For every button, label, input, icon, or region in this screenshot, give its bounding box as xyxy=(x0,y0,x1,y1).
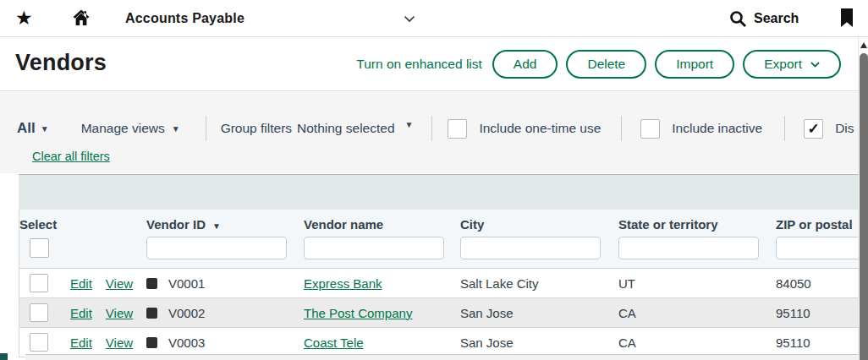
view-dropdown[interactable]: All▼ xyxy=(17,120,49,137)
divider xyxy=(431,116,432,141)
city-filter-input[interactable] xyxy=(460,237,601,259)
state-filter-input[interactable] xyxy=(618,237,759,259)
app-menu-label: Accounts Payable xyxy=(125,11,244,26)
column-header-vendor-name[interactable]: Vendor name xyxy=(304,217,460,232)
triangle-down-icon: ▼ xyxy=(172,124,180,134)
view-link[interactable]: View xyxy=(106,335,133,350)
table-row: Edit View V0002 The Post Company San Jos… xyxy=(19,298,858,328)
record-square-icon xyxy=(146,308,157,319)
vendor-id-filter-input[interactable] xyxy=(146,237,287,259)
chevron-down-icon xyxy=(810,62,820,68)
filter-section: All▼ Manage views▼ Group filters Nothing… xyxy=(0,92,858,173)
state-cell: UT xyxy=(618,276,776,291)
bottom-corner-accent xyxy=(0,353,8,360)
column-header-select: Select xyxy=(19,217,146,232)
column-header-state[interactable]: State or territory xyxy=(618,217,776,232)
favorites-star-icon[interactable]: ★ xyxy=(15,6,33,30)
top-bar: ★ Accounts Payable Search xyxy=(0,0,868,37)
view-link[interactable]: View xyxy=(106,276,133,291)
filter-row: All▼ Manage views▼ Group filters Nothing… xyxy=(0,116,858,141)
checkbox-unchecked[interactable] xyxy=(640,119,660,139)
add-button[interactable]: Add xyxy=(492,50,558,79)
city-cell: Salt Lake City xyxy=(460,276,618,291)
select-all-checkbox[interactable] xyxy=(30,238,49,258)
bottom-strip xyxy=(25,354,858,360)
table-toolbar-strip xyxy=(19,174,858,210)
column-header-city[interactable]: City xyxy=(460,217,618,232)
clear-all-filters-link[interactable]: Clear all filters xyxy=(32,150,110,163)
vendors-table: Select Vendor ID▼ Vendor name City State… xyxy=(19,210,858,357)
page-title: Vendors xyxy=(15,50,107,76)
vendor-id: V0001 xyxy=(168,276,205,291)
table-row: Edit View V0003 Coast Tele San Jose CA 9… xyxy=(19,328,858,357)
zip-cell: 95110 xyxy=(776,306,858,320)
group-filters-dropdown[interactable]: Group filters Nothing selected ▼ xyxy=(221,121,414,136)
state-cell: CA xyxy=(618,335,776,350)
vertical-scrollbar[interactable] xyxy=(858,37,868,360)
row-checkbox[interactable] xyxy=(30,274,48,292)
search-label: Search xyxy=(754,11,799,26)
vendor-name-filter-input[interactable] xyxy=(304,237,444,259)
vendor-id: V0003 xyxy=(168,335,205,350)
edit-link[interactable]: Edit xyxy=(70,276,92,291)
divider xyxy=(206,116,206,141)
table-row: Edit View V0001 Express Bank Salt Lake C… xyxy=(19,269,858,298)
app-menu-dropdown[interactable]: Accounts Payable xyxy=(125,0,415,37)
divider xyxy=(784,116,785,141)
search-button[interactable]: Search xyxy=(729,0,799,37)
scrollbar-thumb[interactable] xyxy=(860,53,868,360)
vendor-name-link[interactable]: Express Bank xyxy=(304,276,460,291)
chevron-down-icon xyxy=(404,15,415,23)
export-button[interactable]: Export xyxy=(743,50,841,79)
include-one-time-use-checkbox-group[interactable]: Include one-time use xyxy=(448,119,601,139)
vendor-id: V0002 xyxy=(168,306,205,320)
row-checkbox[interactable] xyxy=(30,333,48,352)
scroll-up-arrow-icon[interactable] xyxy=(860,42,867,48)
group-filters-value: Nothing selected xyxy=(297,121,394,136)
zip-cell: 95110 xyxy=(776,335,858,350)
column-header-zip[interactable]: ZIP or postal xyxy=(776,217,858,232)
row-checkbox[interactable] xyxy=(30,303,48,322)
include-inactive-checkbox-group[interactable]: Include inactive xyxy=(640,119,762,139)
bookmark-icon[interactable] xyxy=(840,8,854,28)
table-filter-row xyxy=(19,232,858,269)
record-square-icon xyxy=(146,337,157,348)
divider xyxy=(621,116,622,141)
edit-link[interactable]: Edit xyxy=(70,335,92,350)
sort-triangle-icon: ▼ xyxy=(212,221,221,231)
group-filters-label: Group filters xyxy=(221,121,292,136)
triangle-down-icon: ▼ xyxy=(41,124,49,134)
city-cell: San Jose xyxy=(460,335,618,350)
vendor-name-link[interactable]: The Post Company xyxy=(304,306,460,320)
import-button[interactable]: Import xyxy=(655,50,734,79)
edit-link[interactable]: Edit xyxy=(70,306,92,320)
delete-button[interactable]: Delete xyxy=(566,50,646,79)
column-header-vendor-id[interactable]: Vendor ID▼ xyxy=(146,217,304,232)
zip-cell: 84050 xyxy=(776,276,858,291)
search-icon xyxy=(729,10,747,28)
table-header-row: Select Vendor ID▼ Vendor name City State… xyxy=(19,210,858,232)
vendor-name-link[interactable]: Coast Tele xyxy=(304,335,460,350)
enhanced-list-link[interactable]: Turn on enhanced list xyxy=(356,57,482,72)
manage-views-dropdown[interactable]: Manage views▼ xyxy=(81,121,180,136)
display-checkbox-group[interactable]: Dis xyxy=(804,119,854,139)
zip-filter-input[interactable] xyxy=(776,237,858,259)
header-actions: Turn on enhanced list Add Delete Import … xyxy=(356,50,841,79)
city-cell: San Jose xyxy=(460,306,618,320)
checkbox-unchecked[interactable] xyxy=(448,119,467,139)
checkbox-checked[interactable] xyxy=(804,119,823,139)
page-header: Vendors Turn on enhanced list Add Delete… xyxy=(0,38,868,91)
triangle-down-icon: ▼ xyxy=(405,120,414,135)
record-square-icon xyxy=(146,278,157,289)
state-cell: CA xyxy=(618,306,776,320)
home-icon[interactable] xyxy=(71,8,91,28)
view-link[interactable]: View xyxy=(106,306,133,320)
